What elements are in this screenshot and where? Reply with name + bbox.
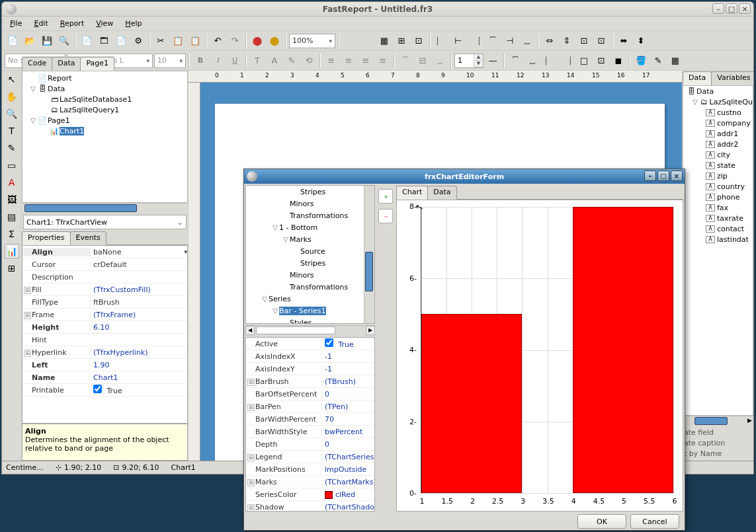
- data-field[interactable]: Acountry: [683, 181, 753, 192]
- space-h-button[interactable]: ⇔: [542, 33, 558, 49]
- dlg-tree-hscroll[interactable]: ◀ ▶: [245, 325, 375, 336]
- align-grid-button[interactable]: ⊞: [394, 33, 409, 49]
- line-style-button[interactable]: —: [485, 53, 501, 69]
- picture-tool[interactable]: 🖼: [5, 192, 19, 207]
- underline-button[interactable]: U: [227, 53, 243, 69]
- preview-button[interactable]: 🔍: [56, 33, 72, 49]
- report-tree[interactable]: 📄Report▽🗄Data🗃LazSqliteDatabase1🗂LazSqli…: [22, 71, 188, 203]
- frame-edit-button[interactable]: ▦: [667, 53, 683, 69]
- save-button[interactable]: 💾: [39, 33, 55, 49]
- property-row[interactable]: Printable True: [22, 384, 187, 397]
- data-field[interactable]: Aaddr1: [683, 128, 753, 139]
- property-row[interactable]: Height6.10: [22, 321, 187, 334]
- chart-tool[interactable]: 📊: [5, 244, 19, 258]
- series-property-row[interactable]: BarOffsetPercent0: [246, 388, 374, 400]
- chart-tree-item[interactable]: ▽Bar - Series1: [247, 305, 373, 317]
- tab-events[interactable]: Events: [70, 231, 106, 245]
- tab-right-data[interactable]: Data: [683, 71, 712, 85]
- property-row[interactable]: Fill(TfrxCustomFill): [22, 284, 187, 296]
- object-selector[interactable]: Chart1: TfrxChartView: [23, 215, 187, 229]
- data-field[interactable]: Acustno: [683, 107, 753, 118]
- text-tool[interactable]: T: [5, 124, 19, 138]
- italic-button[interactable]: I: [210, 53, 226, 69]
- series-property-row[interactable]: AxisIndexX-1: [246, 350, 374, 363]
- series-property-row[interactable]: Depth0: [246, 438, 374, 451]
- frame-left-button[interactable]: ⎸: [542, 53, 558, 69]
- text-bottom-button[interactable]: ⎵: [432, 53, 448, 69]
- group-button[interactable]: ⬤: [249, 33, 265, 49]
- series-property-row[interactable]: AxisIndexY-1: [246, 363, 374, 375]
- text-left-button[interactable]: ≡: [323, 53, 339, 69]
- chart-structure-tree[interactable]: StripesMinorsTransformations▽1 - Bottom▽…: [245, 185, 375, 324]
- data-field[interactable]: Astate: [683, 160, 753, 171]
- frame-none-button[interactable]: ⊡: [593, 53, 609, 69]
- chart-tree-item[interactable]: Source: [247, 245, 373, 257]
- frame-color-button[interactable]: ✎: [650, 53, 666, 69]
- center-v-button[interactable]: ⊡: [593, 33, 609, 49]
- tree-item[interactable]: 📊Chart1: [24, 126, 186, 136]
- tree-hscroll[interactable]: [23, 203, 187, 213]
- align-right-button[interactable]: ⎹: [468, 33, 483, 49]
- tab-chart-preview[interactable]: Chart: [396, 186, 428, 200]
- data-field[interactable]: Alastindat: [683, 234, 753, 245]
- fit-grid-button[interactable]: ⊡: [411, 33, 427, 49]
- cut-button[interactable]: ✂: [153, 33, 169, 49]
- dialog-ok-button[interactable]: OK: [577, 514, 626, 529]
- data-field[interactable]: Ataxrate: [683, 213, 753, 223]
- chart-tree-item[interactable]: Transformations: [247, 209, 373, 221]
- format-tool[interactable]: ✎: [5, 141, 19, 155]
- new-page-button[interactable]: 📄: [79, 33, 95, 49]
- memo-tool[interactable]: A: [5, 175, 19, 190]
- series-property-row[interactable]: Marks(TChartMarks): [246, 476, 374, 488]
- property-grid[interactable]: AlignbaNone▾CursorcrDefaultDescriptionFi…: [22, 245, 188, 424]
- copy-button[interactable]: 📋: [170, 33, 186, 49]
- align-bottom-button[interactable]: ⎵: [519, 33, 535, 49]
- undo-button[interactable]: ↶: [210, 33, 226, 49]
- property-row[interactable]: Hint: [22, 334, 187, 346]
- menu-help[interactable]: Help: [120, 18, 147, 29]
- frame-bottom-button[interactable]: ⎵: [525, 53, 540, 69]
- text-middle-button[interactable]: ⊟: [415, 53, 431, 69]
- space-v-button[interactable]: ⇕: [559, 33, 575, 49]
- chart-tree-item[interactable]: Stripes: [247, 186, 373, 198]
- dlg-tree-vscroll[interactable]: [364, 186, 374, 323]
- chart-tree-item[interactable]: ▽Series: [247, 293, 373, 305]
- data-field[interactable]: Azip: [683, 171, 753, 181]
- series-property-row[interactable]: Shadow(TChartShadow): [246, 501, 374, 512]
- band-tool[interactable]: ▭: [5, 158, 19, 172]
- new-button[interactable]: 📄: [5, 33, 21, 49]
- data-field[interactable]: Aaddr2: [683, 139, 753, 149]
- series-property-row[interactable]: BarWidthPercent70: [246, 413, 374, 426]
- property-row[interactable]: Description: [22, 271, 187, 284]
- tree-item[interactable]: 📄Report: [24, 73, 186, 83]
- chart-tree-item[interactable]: Minors: [247, 198, 373, 209]
- tab-chart-data[interactable]: Data: [427, 186, 456, 200]
- text-top-button[interactable]: ⎴: [398, 53, 413, 69]
- property-row[interactable]: Frame(TfrxFrame): [22, 309, 187, 321]
- font-color-button[interactable]: A: [267, 53, 282, 69]
- dialog-maximize-button[interactable]: □: [657, 171, 669, 181]
- frame-all-button[interactable]: □: [576, 53, 592, 69]
- data-root[interactable]: 🗄Data: [683, 86, 753, 96]
- series-property-row[interactable]: BarPen(TPen): [246, 400, 374, 413]
- minimize-button[interactable]: –: [712, 3, 724, 14]
- align-top-button[interactable]: ⎴: [485, 33, 501, 49]
- page-settings-button[interactable]: ⚙: [130, 33, 146, 49]
- menu-file[interactable]: File: [5, 18, 27, 29]
- zoom-combo[interactable]: 100%: [289, 34, 335, 48]
- series-property-row[interactable]: Legend(TChartSeriesLe: [246, 451, 374, 463]
- new-dialog-button[interactable]: 🗔: [96, 33, 112, 49]
- data-source[interactable]: ▽🗂LazSqliteQu: [683, 96, 753, 107]
- open-button[interactable]: 📂: [22, 33, 38, 49]
- fontsize-combo[interactable]: 10: [154, 54, 186, 68]
- menu-report[interactable]: Report: [55, 18, 89, 29]
- frame-right-button[interactable]: ⎹: [559, 53, 575, 69]
- grid-button[interactable]: ▦: [376, 33, 392, 49]
- data-field[interactable]: Afax: [683, 202, 753, 213]
- series-property-row[interactable]: BarBrush(TBrush): [246, 375, 374, 388]
- center-h-button[interactable]: ⊡: [576, 33, 592, 49]
- hand-tool[interactable]: ✋: [5, 89, 19, 104]
- tree-item[interactable]: ▽📄Page1: [24, 115, 186, 126]
- data-field[interactable]: Acity: [683, 149, 753, 160]
- chart-tree-item[interactable]: ▽1 - Bottom: [247, 221, 373, 233]
